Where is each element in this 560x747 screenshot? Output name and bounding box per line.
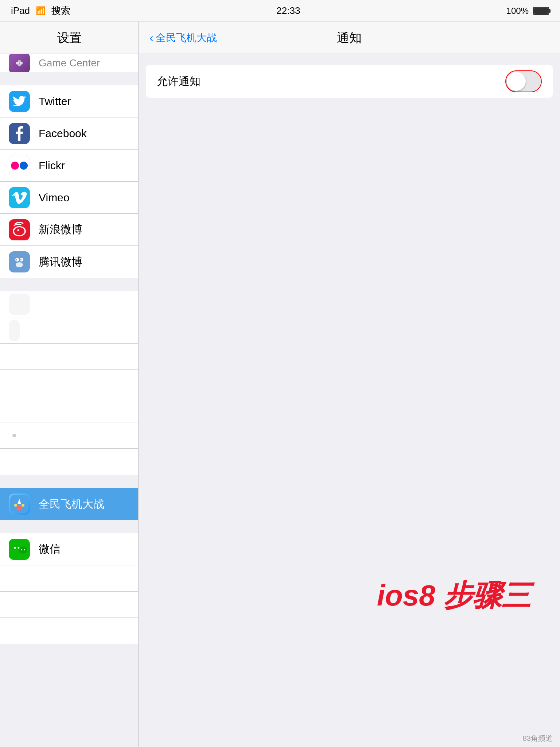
- flickr-item[interactable]: Flickr: [0, 150, 138, 182]
- svg-point-13: [16, 262, 23, 267]
- notification-section: 允许通知: [146, 65, 553, 98]
- svg-point-24: [18, 547, 20, 549]
- vimeo-item[interactable]: Vimeo: [0, 182, 138, 214]
- twitter-label: Twitter: [39, 95, 71, 108]
- game-center-group: Game Center: [0, 54, 138, 72]
- settings-title: 设置: [57, 30, 82, 46]
- weibo-tencent-icon: [9, 251, 30, 272]
- facebook-icon: [9, 123, 30, 144]
- status-left: iPad 📶 搜索: [11, 4, 70, 17]
- svg-point-2: [18, 60, 21, 63]
- faded-item-4[interactable]: [0, 370, 138, 396]
- social-group: Twitter Facebook: [0, 85, 138, 278]
- vimeo-icon: [9, 187, 30, 208]
- vimeo-label: Vimeo: [39, 191, 70, 204]
- faded-item-3[interactable]: [0, 344, 138, 370]
- quanmin-item[interactable]: 全民飞机大战: [0, 488, 138, 520]
- wechat-item[interactable]: 微信: [0, 533, 138, 565]
- faded-icon-1: [9, 294, 30, 315]
- faded-item-6[interactable]: [0, 422, 138, 449]
- section-gap-4: [0, 520, 138, 533]
- bottom-faded-1[interactable]: [0, 565, 138, 592]
- notification-row: 允许通知: [146, 65, 553, 98]
- wechat-icon: [9, 539, 30, 560]
- faded-item-2[interactable]: [0, 317, 138, 344]
- battery-percent: 100%: [506, 6, 529, 16]
- bottom-faded-3[interactable]: [0, 618, 138, 644]
- section-gap-2: [0, 278, 138, 291]
- twitter-item[interactable]: Twitter: [0, 85, 138, 117]
- section-gap-3: [0, 475, 138, 488]
- quanmin-group: 全民飞机大战: [0, 488, 138, 520]
- faded-dot-1: [12, 434, 16, 437]
- main-layout: 设置 Game Center: [0, 22, 560, 747]
- right-panel-title: 通知: [337, 30, 362, 46]
- game-center-icon: [9, 54, 30, 72]
- svg-point-26: [24, 549, 25, 550]
- game-center-label: Game Center: [39, 57, 100, 69]
- svg-point-19: [14, 504, 17, 507]
- watermark: 83角频道: [523, 734, 553, 743]
- allow-notification-toggle[interactable]: [505, 70, 542, 92]
- section-gap-1: [0, 72, 138, 85]
- weibo-sina-icon: [9, 219, 30, 240]
- faded-item-7[interactable]: [0, 449, 138, 475]
- faded-item-1[interactable]: [0, 291, 138, 317]
- right-panel: ‹ 全民飞机大战 通知 允许通知 ios8 步骤三: [139, 22, 560, 747]
- search-label: 搜索: [51, 4, 70, 17]
- quanmin-label: 全民飞机大战: [39, 497, 104, 512]
- faded-icon-2: [9, 320, 20, 341]
- flickr-icon: [9, 155, 30, 176]
- back-label: 全民飞机大战: [156, 31, 217, 45]
- svg-point-25: [21, 549, 22, 550]
- faded-item-5[interactable]: [0, 396, 138, 422]
- right-header: ‹ 全民飞机大战 通知: [139, 22, 560, 54]
- svg-point-4: [11, 162, 19, 170]
- svg-point-9: [17, 229, 18, 230]
- left-header: 设置: [0, 22, 138, 54]
- notification-label: 允许通知: [157, 74, 201, 89]
- faded-group: [0, 291, 138, 475]
- bottom-group: 微信: [0, 533, 138, 644]
- status-bar: iPad 📶 搜索 22:33 100%: [0, 0, 560, 22]
- battery-icon: [533, 7, 549, 15]
- svg-point-15: [20, 259, 22, 260]
- weibo-tencent-label: 腾讯微博: [39, 255, 82, 270]
- carrier-label: iPad: [11, 5, 30, 16]
- twitter-icon: [9, 91, 30, 112]
- svg-point-17: [16, 505, 22, 511]
- annotation-text: ios8 步骤三: [377, 576, 531, 616]
- back-chevron-icon: ‹: [149, 31, 153, 44]
- svg-point-5: [20, 162, 28, 170]
- facebook-label: Facebook: [39, 127, 87, 140]
- facebook-item[interactable]: Facebook: [0, 117, 138, 150]
- svg-point-3: [18, 63, 21, 66]
- svg-point-20: [22, 504, 24, 507]
- bottom-faded-2[interactable]: [0, 592, 138, 618]
- status-time: 22:33: [276, 5, 300, 16]
- status-right: 100%: [506, 6, 549, 16]
- svg-point-14: [16, 259, 17, 260]
- flickr-label: Flickr: [39, 159, 65, 172]
- toggle-knob: [507, 72, 526, 91]
- wechat-label: 微信: [39, 542, 61, 557]
- back-button[interactable]: ‹ 全民飞机大战: [149, 31, 217, 45]
- game-center-item[interactable]: Game Center: [0, 54, 138, 72]
- svg-point-22: [19, 546, 27, 554]
- weibo-sina-label: 新浪微博: [39, 222, 82, 237]
- left-panel: 设置 Game Center: [0, 22, 139, 747]
- weibo-tencent-item[interactable]: 腾讯微博: [0, 246, 138, 278]
- svg-point-23: [14, 547, 16, 549]
- weibo-sina-item[interactable]: 新浪微博: [0, 214, 138, 246]
- quanmin-icon: [9, 494, 30, 515]
- wifi-icon: 📶: [36, 6, 46, 16]
- svg-point-7: [14, 227, 24, 235]
- settings-list: Game Center Twitter: [0, 54, 138, 747]
